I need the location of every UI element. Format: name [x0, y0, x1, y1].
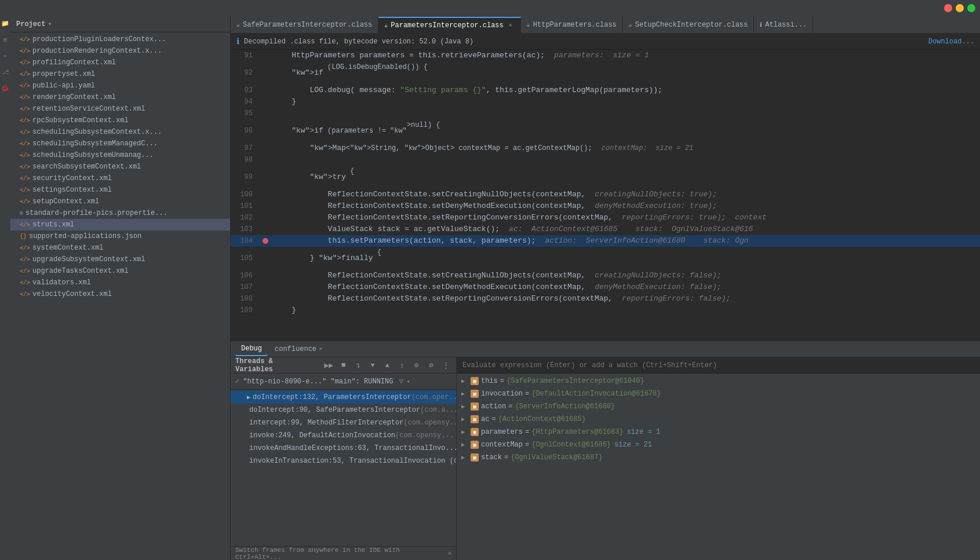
- var-expand-arrow[interactable]: ▶: [461, 378, 468, 385]
- variable-item[interactable]: ▶▣this = {SafeParametersInterceptor@6104…: [457, 375, 980, 387]
- code-line: 93 LOG.debug( message: "Setting params {…: [231, 85, 980, 96]
- tree-item[interactable]: ≺/≻profilingContext.xml: [10, 57, 230, 68]
- var-size: size = 1: [627, 428, 661, 436]
- dropdown-arrow[interactable]: ▾: [407, 378, 410, 385]
- tree-item[interactable]: ≺/≻retentionServiceContext.xml: [10, 103, 230, 115]
- tree-item[interactable]: ≺/≻setupContext.xml: [10, 196, 230, 207]
- code-line: 100 ReflectionContextState.setCreatingNu…: [231, 189, 980, 200]
- tree-item[interactable]: ≺/≻validators.xml: [10, 277, 230, 288]
- step-out-button[interactable]: ▲: [382, 360, 393, 371]
- tree-item[interactable]: ⚙standard-profile-pics.propertie...: [10, 207, 230, 219]
- editor-tab[interactable]: ☕HttpParameters.class: [521, 17, 623, 33]
- var-expand-arrow[interactable]: ▶: [461, 416, 468, 423]
- project-panel: Project ▾ ≺/≻productionPluginLoadersCont…: [10, 16, 231, 560]
- project-tree[interactable]: ≺/≻productionPluginLoadersContex...≺/≻pr…: [10, 32, 230, 560]
- line-content: HttpParameters parameters = this.retriev…: [271, 50, 649, 61]
- frame-item[interactable]: ▶doIntercept:132, ParametersInterceptor(…: [231, 391, 456, 404]
- download-link[interactable]: Download...: [928, 38, 974, 46]
- tree-item[interactable]: ≺/≻upgradeTasksContext.xml: [10, 265, 230, 277]
- debug-panel: Debugconfluence× Threads & Variables ▶▶ …: [231, 340, 980, 560]
- variable-item[interactable]: ▶▣invocation = {DefaultActionInvocation@…: [457, 387, 980, 400]
- resume-button[interactable]: ▶▶: [323, 360, 334, 371]
- tree-item[interactable]: ≺/≻rpcSubsystemContext.xml: [10, 115, 230, 126]
- variable-item[interactable]: ▶▣stack = {OgnlValueStack@61687}: [457, 451, 980, 464]
- editor-tab[interactable]: ☕ParametersInterceptor.class×: [378, 17, 520, 33]
- tree-item[interactable]: ≺/≻velocityContext.xml: [10, 288, 230, 300]
- threads-list[interactable]: ▶doIntercept:132, ParametersInterceptor(…: [231, 390, 456, 546]
- breakpoint-marker[interactable]: [263, 238, 268, 244]
- evaluate-button[interactable]: ⊙: [411, 360, 422, 371]
- tree-item[interactable]: ≺/≻renderingContext.xml: [10, 91, 230, 103]
- sidebar-icons: 📁 ⊞ ⋯ ⎇ 🐞: [0, 16, 10, 560]
- var-expand-arrow[interactable]: ▶: [461, 454, 468, 461]
- editor-tab[interactable]: ☕SetupCheckInterceptor.class: [623, 17, 754, 33]
- more-button[interactable]: ⋮: [440, 360, 451, 371]
- step-over-button[interactable]: ↴: [352, 360, 363, 371]
- tree-item[interactable]: ≺/≻schedulingSubsystemContext.x...: [10, 126, 230, 138]
- inline-hint: action: ServerInfoAction@61680 stack: Og…: [545, 236, 748, 245]
- tree-item[interactable]: ≺/≻searchSubsystemContext.xml: [10, 161, 230, 173]
- search-icon[interactable]: ⋯: [1, 51, 10, 60]
- eval-input[interactable]: [462, 361, 974, 369]
- tree-item[interactable]: ≺/≻propertyset.xml: [10, 68, 230, 80]
- folder-icon[interactable]: 📁: [1, 19, 10, 28]
- tree-item[interactable]: ≺/≻schedulingSubsystemUnmanag...: [10, 149, 230, 161]
- project-dropdown-icon[interactable]: ▾: [48, 20, 52, 28]
- vcs-icon[interactable]: ⎇: [1, 67, 10, 76]
- line-number: 98: [231, 154, 260, 166]
- variable-item[interactable]: ▶▣parameters = {HttpParameters@61683}siz…: [457, 426, 980, 438]
- variable-item[interactable]: ▶▣ac = {ActionContext@61685}: [457, 413, 980, 426]
- tab-icon: ☕: [384, 22, 388, 29]
- debug-icon[interactable]: 🐞: [1, 83, 10, 93]
- frame-item[interactable]: invokeAndHandleExceptions:63, Transactio…: [231, 442, 456, 455]
- tree-item[interactable]: ≺/≻securityContext.xml: [10, 173, 230, 184]
- debug-tab[interactable]: Debug: [235, 342, 268, 356]
- frame-method: doIntercept:90, SafeParametersIntercepto…: [249, 406, 420, 414]
- tree-item[interactable]: ≺/≻schedulingSubsystemManagedC...: [10, 138, 230, 149]
- tree-item[interactable]: ≺/≻public-api.yaml: [10, 80, 230, 91]
- close-button[interactable]: [944, 4, 952, 12]
- run-to-cursor-button[interactable]: ⇧: [396, 360, 407, 371]
- editor-tab[interactable]: ℹAtlassi...: [754, 17, 813, 33]
- tree-item[interactable]: ≺/≻struts.xml: [10, 219, 230, 230]
- var-expand-arrow[interactable]: ▶: [461, 390, 468, 397]
- debug-tab-close[interactable]: ×: [319, 346, 323, 353]
- code-line: 92 "kw">if (LOG.isDebugEnabled()) {: [231, 61, 980, 85]
- tree-item[interactable]: ≺/≻upgradeSubsystemContext.xml: [10, 254, 230, 265]
- line-number: 99: [231, 171, 260, 183]
- stop-button[interactable]: ■: [338, 360, 349, 371]
- var-expand-arrow[interactable]: ▶: [461, 429, 468, 435]
- frame-item[interactable]: intercept:99, MethodFilterInterceptor(co…: [231, 416, 456, 429]
- file-type-icon: ⚙: [20, 210, 23, 217]
- filter-icon[interactable]: ▽: [399, 377, 403, 386]
- file-name: productionRenderingContext.x...: [32, 47, 162, 55]
- tab-close-button[interactable]: ×: [507, 21, 515, 30]
- footer-close-button[interactable]: ×: [447, 550, 451, 557]
- tree-item[interactable]: ≺/≻settingsContext.xml: [10, 184, 230, 196]
- code-editor[interactable]: 91 HttpParameters parameters = this.retr…: [231, 50, 980, 340]
- maximize-button[interactable]: [967, 4, 975, 12]
- debug-tab[interactable]: confluence×: [269, 343, 329, 356]
- variable-item[interactable]: ▶▣contextMap = {OgnlContext@61686}size =…: [457, 438, 980, 451]
- line-number: 100: [231, 189, 260, 200]
- frame-method: doIntercept:132, ParametersInterceptor: [253, 393, 411, 401]
- minimize-button[interactable]: [956, 4, 964, 12]
- step-into-button[interactable]: ▼: [367, 360, 378, 371]
- tree-item[interactable]: ≺/≻productionRenderingContext.x...: [10, 45, 230, 57]
- window-controls[interactable]: [944, 4, 975, 12]
- tab-icon: ℹ: [760, 21, 762, 28]
- var-expand-arrow[interactable]: ▶: [461, 441, 468, 448]
- var-expand-arrow[interactable]: ▶: [461, 403, 468, 410]
- editor-tab[interactable]: ☕SafeParametersInterceptor.class: [231, 17, 378, 33]
- tree-item[interactable]: ≺/≻productionPluginLoadersContex...: [10, 34, 230, 45]
- mute-button[interactable]: ⊘: [425, 360, 436, 371]
- tree-item[interactable]: {}supported-applications.json: [10, 230, 230, 242]
- variable-item[interactable]: ▶▣action = {ServerInfoAction@61680}: [457, 400, 980, 413]
- tree-item[interactable]: ≺/≻systemContext.xml: [10, 242, 230, 254]
- frame-item[interactable]: invokeInTransaction:53, TransactionalInv…: [231, 455, 456, 467]
- structure-icon[interactable]: ⊞: [1, 35, 10, 44]
- variables-list[interactable]: ▶▣this = {SafeParametersInterceptor@6104…: [457, 374, 980, 560]
- frame-item[interactable]: doIntercept:90, SafeParametersIntercepto…: [231, 404, 456, 416]
- tab-label: SetupCheckInterceptor.class: [635, 21, 748, 29]
- frame-item[interactable]: invoke:249, DefaultActionInvocation(com.…: [231, 429, 456, 442]
